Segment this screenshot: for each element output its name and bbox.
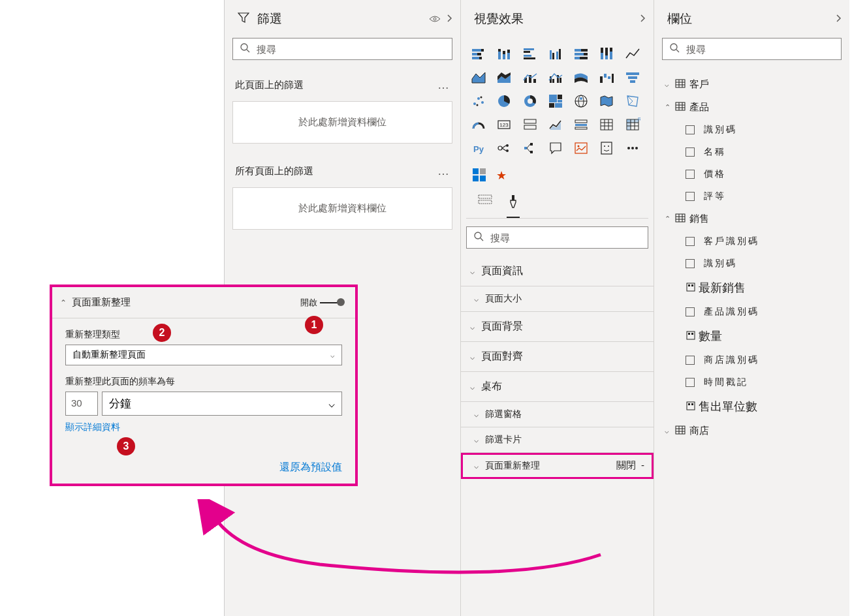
callout-header[interactable]: ⌃ 頁面重新整理 開啟 xyxy=(52,287,355,318)
waterfall-icon[interactable] xyxy=(598,69,615,86)
collapse-icon[interactable] xyxy=(639,12,646,26)
section-filter-card[interactable]: ⌵篩選卡片 xyxy=(461,427,654,453)
interval-unit-dropdown[interactable]: 分鐘 ⌵ xyxy=(102,392,342,416)
filters-search[interactable] xyxy=(232,38,452,60)
app-source-icon[interactable] xyxy=(473,168,486,183)
field-sales-timestamp[interactable]: 時間戳記 xyxy=(654,371,849,393)
svg-point-102 xyxy=(578,146,580,147)
multi-card-icon[interactable] xyxy=(522,116,539,133)
line-clustered-column-icon[interactable] xyxy=(547,69,564,86)
area-chart-icon[interactable] xyxy=(470,69,487,86)
matrix-icon[interactable]: R xyxy=(624,116,641,133)
visualizations-pane: 視覺效果 xyxy=(461,0,654,616)
section-page-size[interactable]: ⌵頁面大小 xyxy=(461,286,654,312)
field-product-rating[interactable]: 評等 xyxy=(654,185,849,208)
field-latest-sales[interactable]: 最新銷售 xyxy=(654,275,849,301)
svg-rect-7 xyxy=(472,57,479,59)
scatter-icon[interactable] xyxy=(470,93,487,110)
r-visual-icon[interactable]: Py xyxy=(470,140,487,157)
all-pages-filter-dropzone[interactable]: 於此處新增資料欄位 xyxy=(232,187,452,230)
qa-visual-icon[interactable] xyxy=(547,140,564,157)
table-icon[interactable] xyxy=(598,116,615,133)
key-influencer-icon[interactable] xyxy=(496,140,513,157)
field-sales-customer-id[interactable]: 客戶識別碼 xyxy=(654,230,849,253)
stacked-bar-100-icon[interactable] xyxy=(573,46,590,63)
field-product-id[interactable]: 識別碼 xyxy=(654,119,849,141)
field-sales-store-id[interactable]: 商店識別碼 xyxy=(654,349,849,371)
ribbon-chart-icon[interactable] xyxy=(573,69,590,86)
checkbox[interactable] xyxy=(686,307,695,316)
shape-map-icon[interactable] xyxy=(624,93,641,110)
treemap-icon[interactable] xyxy=(547,93,564,110)
pie-icon[interactable] xyxy=(496,93,513,110)
clustered-column-icon[interactable] xyxy=(547,46,564,63)
donut-icon[interactable] xyxy=(522,93,539,110)
checkbox[interactable] xyxy=(686,147,695,157)
reset-defaults-link[interactable]: 還原為預設值 xyxy=(279,461,342,472)
field-quantity[interactable]: 數量 xyxy=(654,323,849,349)
show-details-link[interactable]: 顯示詳細資料 xyxy=(65,422,120,432)
stacked-area-icon[interactable] xyxy=(496,69,513,86)
format-search[interactable] xyxy=(466,226,648,249)
section-page-info[interactable]: ⌵頁面資訊 xyxy=(461,256,654,286)
card-icon[interactable]: 123 xyxy=(496,116,513,133)
field-product-price[interactable]: 價格 xyxy=(654,163,849,185)
collapse-icon[interactable] xyxy=(446,12,452,26)
checkbox[interactable] xyxy=(686,356,695,365)
section-filter-pane[interactable]: ⌵篩選窗格 xyxy=(461,402,654,427)
section-page-refresh[interactable]: ⌵ 頁面重新整理 關閉 - xyxy=(461,453,654,479)
favorite-icon[interactable]: ★ xyxy=(496,168,507,183)
checkbox[interactable] xyxy=(686,125,695,134)
table-product[interactable]: ⌃產品 xyxy=(654,96,849,119)
checkbox[interactable] xyxy=(686,378,695,387)
filters-search-input[interactable] xyxy=(257,44,445,55)
slicer-icon[interactable] xyxy=(573,116,590,133)
map-icon[interactable] xyxy=(573,93,590,110)
section-wallpaper[interactable]: ⌵桌布 xyxy=(461,372,654,402)
field-product-name[interactable]: 名稱 xyxy=(654,141,849,163)
checkbox[interactable] xyxy=(686,170,695,179)
filled-map-icon[interactable] xyxy=(598,93,615,110)
refresh-type-dropdown[interactable]: 自動重新整理頁面 ⌵ xyxy=(65,345,342,365)
field-sales-id[interactable]: 識別碼 xyxy=(654,253,849,275)
more-icon[interactable]: … xyxy=(437,78,450,92)
clustered-bar-icon[interactable] xyxy=(522,46,539,63)
table-store[interactable]: ⌵商店 xyxy=(654,420,849,442)
line-column-icon[interactable] xyxy=(522,69,539,86)
checkbox[interactable] xyxy=(686,259,695,268)
section-page-background[interactable]: ⌵頁面背景 xyxy=(461,312,654,342)
fields-search[interactable] xyxy=(662,38,842,60)
table-customer[interactable]: ⌵客戶 xyxy=(654,73,849,96)
stacked-column-icon[interactable] xyxy=(496,46,513,63)
svg-rect-32 xyxy=(605,55,608,59)
toggle-on[interactable] xyxy=(320,302,343,303)
format-tab[interactable] xyxy=(507,194,520,218)
section-page-alignment[interactable]: ⌵頁面對齊 xyxy=(461,342,654,372)
smart-narrative-icon[interactable] xyxy=(573,140,590,157)
checkbox[interactable] xyxy=(686,192,695,201)
interval-value-input[interactable]: 30 xyxy=(65,392,98,416)
decomposition-tree-icon[interactable] xyxy=(522,140,539,157)
kpi-icon[interactable] xyxy=(547,116,564,133)
more-icon[interactable]: … xyxy=(437,164,450,178)
checkbox[interactable] xyxy=(686,237,695,246)
svg-rect-49 xyxy=(626,72,639,75)
gauge-icon[interactable] xyxy=(470,116,487,133)
more-visuals-icon[interactable] xyxy=(624,140,641,157)
fields-search-input[interactable] xyxy=(686,44,834,55)
svg-rect-17 xyxy=(524,55,531,57)
stacked-column-100-icon[interactable] xyxy=(598,46,615,63)
table-sales[interactable]: ⌃銷售 xyxy=(654,208,849,230)
line-chart-icon[interactable] xyxy=(624,46,641,63)
collapse-icon[interactable] xyxy=(835,12,842,26)
funnel-icon[interactable] xyxy=(624,69,641,86)
paginated-report-icon[interactable] xyxy=(598,140,615,157)
visibility-icon[interactable] xyxy=(429,12,441,26)
svg-rect-76 xyxy=(575,127,587,129)
this-page-filter-dropzone[interactable]: 於此處新增資料欄位 xyxy=(232,101,452,144)
format-search-input[interactable] xyxy=(490,232,641,243)
stacked-bar-icon[interactable] xyxy=(470,46,487,63)
fields-tab[interactable] xyxy=(478,194,492,218)
field-units-sold[interactable]: 售出單位數 xyxy=(654,393,849,420)
field-sales-product-id[interactable]: 產品識別碼 xyxy=(654,301,849,323)
